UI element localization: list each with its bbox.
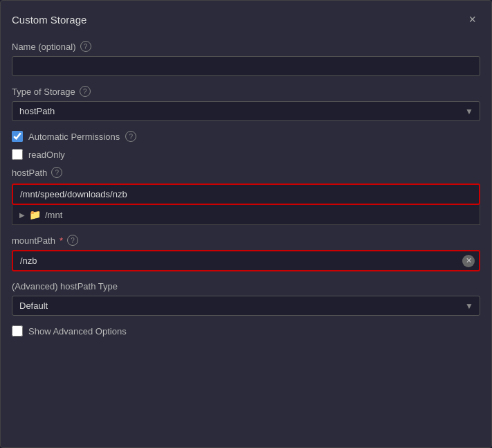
hostpath-section-label: hostPath ? — [12, 167, 480, 178]
readonly-row: readOnly — [12, 149, 480, 160]
type-label: Type of Storage ? — [12, 86, 480, 97]
triangle-icon: ▶ — [19, 211, 25, 219]
auto-permissions-row: Automatic Permissions ? — [12, 131, 480, 142]
show-advanced-row: Show Advanced Options — [12, 325, 480, 337]
readonly-checkbox[interactable] — [12, 149, 23, 160]
mountpath-clear-button[interactable]: ✕ — [462, 255, 475, 267]
hostpath-field-group: hostPath ? ▶ 📁 /mnt — [12, 167, 480, 225]
type-help-icon[interactable]: ? — [80, 86, 91, 97]
folder-name: /mnt — [45, 210, 62, 220]
mountpath-required-star: * — [60, 235, 63, 246]
name-help-icon[interactable]: ? — [80, 41, 91, 52]
close-button[interactable]: × — [464, 12, 480, 27]
show-advanced-label[interactable]: Show Advanced Options — [28, 326, 127, 337]
mountpath-help-icon[interactable]: ? — [67, 235, 78, 246]
dialog-header: Custom Storage × — [12, 12, 480, 27]
mountpath-field-group: mountPath * ? ✕ — [12, 235, 480, 271]
name-field-group: Name (optional) ? — [12, 41, 480, 76]
folder-tree-item[interactable]: ▶ 📁 /mnt — [12, 205, 480, 225]
folder-icon: 📁 — [29, 209, 41, 220]
mountpath-input[interactable] — [12, 250, 480, 271]
advanced-type-select[interactable]: Default DirectoryOrCreate Directory File… — [12, 296, 480, 316]
hostpath-input-wrapper — [12, 183, 480, 205]
mountpath-input-wrapper: ✕ — [12, 250, 480, 271]
advanced-type-field-group: (Advanced) hostPath Type Default Directo… — [12, 281, 480, 316]
type-field-group: Type of Storage ? hostPath emptyDir nfs … — [12, 86, 480, 121]
type-select-wrapper: hostPath emptyDir nfs pvc ▼ — [12, 101, 480, 121]
advanced-type-label: (Advanced) hostPath Type — [12, 281, 480, 292]
type-select[interactable]: hostPath emptyDir nfs pvc — [12, 101, 480, 121]
auto-permissions-help-icon[interactable]: ? — [125, 131, 136, 142]
advanced-type-select-wrapper: Default DirectoryOrCreate Directory File… — [12, 296, 480, 316]
custom-storage-dialog: Custom Storage × Name (optional) ? Type … — [0, 0, 492, 448]
hostpath-help-icon[interactable]: ? — [51, 167, 62, 178]
show-advanced-checkbox[interactable] — [12, 325, 23, 337]
mountpath-label: mountPath * ? — [12, 235, 480, 246]
readonly-label[interactable]: readOnly — [28, 150, 65, 160]
dialog-title: Custom Storage — [12, 14, 86, 26]
name-input[interactable] — [12, 56, 480, 76]
name-label: Name (optional) ? — [12, 41, 480, 52]
auto-permissions-checkbox[interactable] — [12, 131, 23, 142]
hostpath-input[interactable] — [12, 183, 480, 205]
auto-permissions-label[interactable]: Automatic Permissions — [28, 132, 120, 142]
